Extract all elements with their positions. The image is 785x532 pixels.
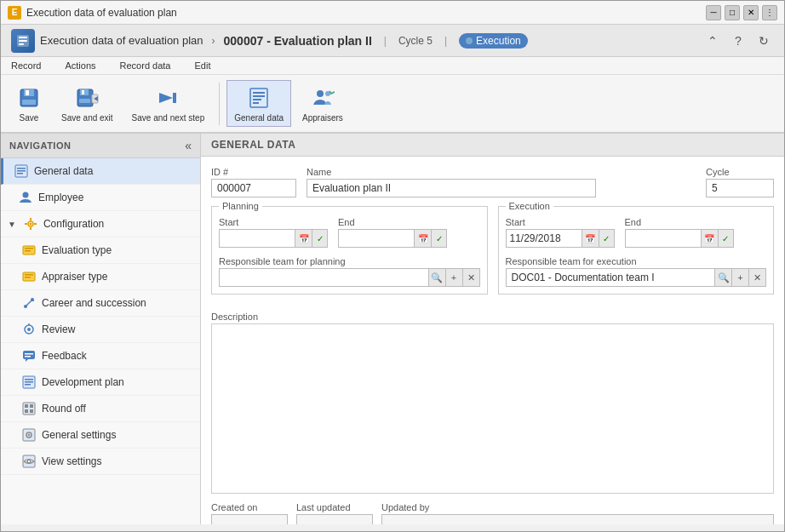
responsible-execution-clear-btn[interactable]: ✕ <box>749 268 766 287</box>
execution-start-field: 📅 ✓ <box>506 229 615 248</box>
save-exit-icon <box>73 84 100 112</box>
general-data-button[interactable]: General data <box>226 80 291 127</box>
responsible-planning-add-btn[interactable]: + <box>446 268 463 287</box>
svg-rect-49 <box>25 353 33 355</box>
sidebar-item-employee[interactable]: Employee <box>1 185 200 211</box>
execution-end-check-btn[interactable]: ✓ <box>719 229 734 248</box>
execution-start-input[interactable] <box>506 229 582 248</box>
view-settings-nav-icon <box>21 454 37 469</box>
responsible-planning-search-btn[interactable]: 🔍 <box>429 268 446 287</box>
execution-end-input[interactable] <box>625 229 702 248</box>
execution-label: Execution <box>476 35 521 47</box>
maximize-btn[interactable]: □ <box>725 5 740 20</box>
title-bar-controls: ─ □ ✕ ⋮ <box>706 5 777 20</box>
menu-record[interactable]: Record <box>8 59 44 72</box>
breadcrumb-separator: › <box>212 35 215 47</box>
collapse-icon[interactable]: ⌃ <box>702 31 723 51</box>
name-label: Name <box>307 167 696 177</box>
sidebar-item-review[interactable]: Review <box>1 317 200 343</box>
planning-section: Planning Start 📅 ✓ <box>211 206 488 295</box>
sidebar-item-general-settings[interactable]: General settings <box>1 422 200 449</box>
appraisers-label: Appraisers <box>302 113 343 123</box>
menu-record-data[interactable]: Record data <box>117 59 175 72</box>
content-header: GENERAL DATA <box>201 134 784 157</box>
menu-edit[interactable]: Edit <box>191 59 214 72</box>
responsible-execution-input[interactable] <box>506 268 716 287</box>
close-btn[interactable]: ✕ <box>743 5 759 20</box>
sidebar-item-round-off[interactable]: Round off <box>1 396 200 422</box>
sidebar-item-career-succession[interactable]: Career and succession <box>1 290 200 317</box>
refresh-icon[interactable]: ↻ <box>753 31 774 51</box>
last-updated-input[interactable] <box>296 514 373 524</box>
breadcrumb-pipe2: | <box>444 35 447 47</box>
sidebar-item-general-data[interactable]: General data <box>1 158 200 185</box>
planning-end-field: 📅 ✓ <box>338 229 447 248</box>
content-area: GENERAL DATA ID # Name Cycle <box>201 134 784 524</box>
sidebar-label-evaluation-type: Evaluation type <box>42 244 112 256</box>
svg-rect-33 <box>34 223 37 225</box>
minimize-btn[interactable]: ─ <box>706 5 721 20</box>
sidebar-item-feedback[interactable]: Feedback <box>1 343 200 369</box>
menu-btn[interactable]: ⋮ <box>762 5 777 20</box>
sidebar-label-employee: Employee <box>38 192 83 203</box>
responsible-execution-add-btn[interactable]: + <box>732 268 749 287</box>
svg-rect-58 <box>25 409 28 413</box>
execution-start-check-btn[interactable]: ✓ <box>599 229 615 248</box>
responsible-planning-input[interactable] <box>219 268 429 287</box>
planning-start-calendar-btn[interactable]: 📅 <box>295 229 312 248</box>
planning-start-input[interactable] <box>219 229 295 248</box>
general-settings-nav-icon <box>21 427 37 443</box>
save-button[interactable]: Save <box>8 80 50 127</box>
execution-start-calendar-btn[interactable]: 📅 <box>582 229 599 248</box>
title-bar-left: E Execution data of evaluation plan <box>8 6 177 20</box>
save-next-button[interactable]: Save and next step <box>124 80 213 127</box>
cycle-input[interactable] <box>706 179 774 197</box>
responsible-execution-field: 🔍 + ✕ <box>506 268 767 287</box>
id-input[interactable] <box>211 179 296 197</box>
sidebar-collapse-btn[interactable]: « <box>185 139 192 152</box>
help-icon[interactable]: ? <box>728 31 748 51</box>
configuration-nav-icon <box>23 216 38 232</box>
save-icon <box>15 84 43 112</box>
responsible-planning-clear-btn[interactable]: ✕ <box>463 268 480 287</box>
footer-row: Created on Last updated Updated by <box>211 502 774 524</box>
sidebar-item-view-settings[interactable]: View settings <box>1 449 200 475</box>
cycle-group: Cycle <box>706 167 774 197</box>
planning-end-input[interactable] <box>338 229 415 248</box>
sidebar-item-configuration[interactable]: ▼ Configuration <box>1 211 200 237</box>
sidebar-item-evaluation-type[interactable]: Evaluation type <box>1 237 200 264</box>
name-input[interactable] <box>307 179 596 197</box>
svg-rect-57 <box>30 404 33 408</box>
execution-dot <box>466 37 473 44</box>
created-on-input[interactable] <box>211 514 288 524</box>
description-textarea[interactable] <box>211 323 774 494</box>
planning-start-check-btn[interactable]: ✓ <box>312 229 328 248</box>
responsible-planning-group: Responsible team for planning 🔍 + ✕ <box>219 256 480 287</box>
svg-rect-17 <box>253 92 265 94</box>
dev-plan-nav-icon <box>21 375 37 390</box>
sidebar-item-development-plan[interactable]: Development plan <box>1 369 200 396</box>
svg-rect-59 <box>30 409 33 413</box>
review-nav-icon <box>21 322 37 337</box>
breadcrumb-record-id: 000007 - Evaluation plan II <box>224 34 372 48</box>
planning-end-check-btn[interactable]: ✓ <box>432 229 447 248</box>
career-nav-icon <box>21 295 37 311</box>
svg-rect-53 <box>25 381 33 383</box>
svg-point-65 <box>28 460 30 462</box>
sidebar-item-appraiser-type[interactable]: Appraiser type <box>1 264 200 290</box>
planning-execution-row: Planning Start 📅 ✓ <box>211 206 774 303</box>
planning-end-calendar-btn[interactable]: 📅 <box>415 229 432 248</box>
save-exit-button[interactable]: Save and exit <box>54 80 121 127</box>
menu-actions[interactable]: Actions <box>61 59 99 72</box>
svg-rect-52 <box>25 379 33 380</box>
sidebar-label-career: Career and succession <box>42 297 146 309</box>
execution-end-calendar-btn[interactable]: 📅 <box>702 229 719 248</box>
appraisers-button[interactable]: Appraisers <box>295 80 351 127</box>
app-icon: E <box>8 6 21 20</box>
sidebar-header: NAVIGATION « <box>1 134 200 158</box>
toolbar-menus: Record Actions Record data Edit <box>1 57 784 75</box>
responsible-execution-search-btn[interactable]: 🔍 <box>715 268 732 287</box>
updated-by-input[interactable] <box>381 514 774 524</box>
id-name-cycle-row: ID # Name Cycle <box>211 167 774 197</box>
last-updated-label: Last updated <box>296 502 373 512</box>
